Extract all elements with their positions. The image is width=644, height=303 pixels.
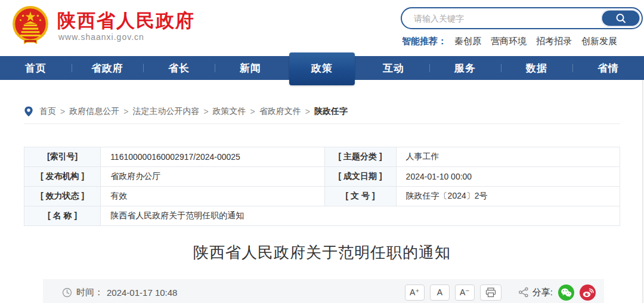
meta-value-index-no: 116100000160002917/2024-00025 <box>101 147 324 167</box>
nav-item-policy-active[interactable]: 政策 <box>286 56 358 80</box>
nav-item-data[interactable]: 数据 <box>501 56 572 80</box>
smart-link-yingshanghuanjing[interactable]: 营商环境 <box>491 36 527 47</box>
table-row: [ 名 称 ] 陕西省人民政府关于范明任职的通知 <box>24 206 620 226</box>
printer-icon <box>485 287 496 298</box>
nav-item-provincial-gov[interactable]: 省政府 <box>72 56 143 80</box>
national-emblem-logo[interactable] <box>11 5 50 46</box>
font-increase-button[interactable]: A⁺ <box>405 285 425 301</box>
nav-item-news[interactable]: 新闻 <box>215 56 286 80</box>
nav-item-province-info[interactable]: 省情 <box>572 56 644 80</box>
weibo-icon <box>581 286 595 299</box>
time-label: 时间： <box>76 287 103 298</box>
search-button[interactable] <box>601 10 640 27</box>
share-label: 分享: <box>532 287 553 298</box>
wechat-share-button[interactable] <box>558 285 574 301</box>
meta-label-validity: [ 效力状态 ] <box>24 187 101 206</box>
table-row: [ 效力状态 ] 有效 [ 文 号 ] 陕政任字〔2024〕2号 <box>24 187 620 206</box>
smart-link-qinchuangyuan[interactable]: 秦创原 <box>454 36 481 47</box>
print-button[interactable] <box>480 285 501 301</box>
nav-item-interaction[interactable]: 互动 <box>358 56 429 80</box>
location-pin-icon <box>24 106 33 118</box>
nav-item-services[interactable]: 服务 <box>429 56 501 80</box>
meta-label-topic-category: [ 主题分类 ] <box>324 147 396 167</box>
smart-recommend-label: 智能推荐： <box>402 36 447 47</box>
meta-label-index-no: [索引号] <box>24 147 101 167</box>
smart-link-zhaokaozhaolu[interactable]: 招考招录 <box>536 36 572 47</box>
main-nav: 首页 省政府 省长 新闻 政策 互动 服务 数据 省情 <box>0 56 644 80</box>
wechat-icon <box>559 286 573 299</box>
national-emblem-icon <box>11 5 50 46</box>
breadcrumb-statutory-disclosure[interactable]: 法定主动公开内容 <box>132 106 199 117</box>
meta-value-topic-category: 人事工作 <box>396 147 620 167</box>
meta-label-doc-number: [ 文 号 ] <box>324 187 396 206</box>
font-normal-button[interactable]: A <box>430 285 450 301</box>
breadcrumb-provincial-documents[interactable]: 省政府文件 <box>259 106 301 117</box>
smart-recommend-row: 智能推荐： 秦创原 营商环境 招考招录 创新发展 <box>402 36 643 47</box>
meta-value-doc-number: 陕政任字〔2024〕2号 <box>396 187 620 206</box>
time-value: 2024-01-17 10:48 <box>107 287 177 298</box>
meta-value-issue-date: 2024-01-10 00:00 <box>396 167 620 187</box>
table-row: [ 发布机构 ] 省政府办公厅 [ 成文日期 ] 2024-01-10 00:0… <box>24 167 620 187</box>
meta-value-title: 陕西省人民政府关于范明任职的通知 <box>101 206 620 226</box>
search-box <box>401 7 643 29</box>
breadcrumb-divider <box>24 123 620 124</box>
search-icon <box>614 12 627 25</box>
share-icon <box>518 287 529 298</box>
site-header: 陕西省人民政府 www.shaanxi.gov.cn 智能推荐： 秦创原 营商环… <box>0 0 644 56</box>
page: 陕西省人民政府 www.shaanxi.gov.cn 智能推荐： 秦创原 营商环… <box>0 0 644 303</box>
site-title[interactable]: 陕西省人民政府 <box>57 8 195 33</box>
breadcrumb: 首页 > 政府信息公开 > 法定主动公开内容 > 政策文件 > 省政府文件 > … <box>24 103 620 120</box>
clock-icon <box>62 287 72 298</box>
nav-item-governor[interactable]: 省长 <box>143 56 215 80</box>
nav-item-home[interactable]: 首页 <box>0 56 72 80</box>
content-right-border <box>642 80 643 303</box>
publish-time: 时间： 2024-01-17 10:48 <box>62 287 177 298</box>
weibo-share-button[interactable] <box>580 285 596 301</box>
breadcrumb-info-disclosure[interactable]: 政府信息公开 <box>69 106 119 117</box>
document-meta-table: [索引号] 116100000160002917/2024-00025 [ 主题… <box>24 147 620 226</box>
smart-link-chuangxinfazhan[interactable]: 创新发展 <box>581 36 617 47</box>
breadcrumb-home[interactable]: 首页 <box>39 106 56 117</box>
share-group: 分享: <box>518 285 596 301</box>
site-url: www.shaanxi.gov.cn <box>58 32 144 42</box>
meta-label-issue-date: [ 成文日期 ] <box>324 167 396 187</box>
meta-label-title: [ 名 称 ] <box>24 206 101 226</box>
breadcrumb-current: 陕政任字 <box>314 106 348 117</box>
font-decrease-button[interactable]: A⁻ <box>455 285 475 301</box>
page-title: 陕西省人民政府关于范明任职的通知 <box>0 242 644 263</box>
breadcrumb-policy-documents[interactable]: 政策文件 <box>213 106 246 117</box>
meta-value-validity: 有效 <box>101 187 324 206</box>
table-row: [索引号] 116100000160002917/2024-00025 [ 主题… <box>24 147 620 167</box>
meta-label-issuing-agency: [ 发布机构 ] <box>24 167 101 187</box>
meta-value-issuing-agency: 省政府办公厅 <box>101 167 324 187</box>
article-toolbar: 时间： 2024-01-17 10:48 A⁺ A A⁻ <box>43 279 604 303</box>
